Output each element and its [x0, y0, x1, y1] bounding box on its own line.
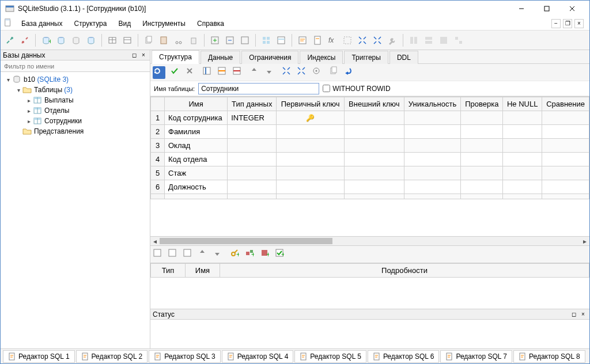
paste-icon[interactable]	[157, 33, 171, 47]
add-constraint-button[interactable]	[153, 248, 165, 261]
tree-filter-input[interactable]	[1, 60, 150, 71]
connect-icon[interactable]	[3, 33, 17, 47]
tab-DDL[interactable]: DDL	[389, 51, 418, 64]
expand-icon[interactable]	[355, 33, 369, 47]
db-add-icon[interactable]: +	[39, 33, 53, 47]
col-pk-cell[interactable]: 🔑	[277, 111, 345, 125]
commit-button[interactable]	[170, 66, 183, 79]
col-name-cell[interactable]: Фамилия	[165, 125, 228, 139]
status-close-button[interactable]: ×	[579, 310, 587, 318]
convert-icon[interactable]	[238, 33, 252, 47]
db-node[interactable]: ▾ b10 (SQLite 3)	[2, 74, 149, 85]
table-row[interactable]: 6Должность	[151, 180, 589, 194]
col-collate-cell[interactable]	[542, 139, 589, 153]
table-row[interactable]: 1Код сотрудникаINTEGER🔑	[151, 111, 589, 125]
check-constraint-button[interactable]: +	[275, 248, 288, 261]
window-minimize-button[interactable]	[509, 1, 534, 17]
chevron-right-icon[interactable]: ▸	[25, 108, 33, 114]
layout2-icon[interactable]	[422, 33, 436, 47]
refresh-structure-button[interactable]	[153, 66, 165, 79]
sql-editor-tab[interactable]: Редактор SQL 7	[440, 350, 512, 363]
collapse-icon[interactable]	[370, 33, 384, 47]
sql-editor-tab[interactable]: Редактор SQL 3	[149, 350, 221, 363]
col-collate-cell[interactable]	[542, 111, 589, 125]
col-collate-cell[interactable]	[542, 166, 589, 180]
col-check-cell[interactable]	[461, 125, 503, 139]
without-rowid-checkbox[interactable]	[323, 85, 330, 92]
target-icon[interactable]	[312, 66, 324, 79]
table-row[interactable]: 2Фамилия	[151, 125, 589, 139]
col-type-cell[interactable]	[228, 180, 277, 194]
disconnect-icon[interactable]	[18, 33, 32, 47]
chevron-down-icon[interactable]: ▾	[4, 77, 12, 83]
col-type-cell[interactable]	[228, 166, 277, 180]
table-row[interactable]: 3Оклад	[151, 139, 589, 153]
collapse-blue-icon[interactable]	[297, 66, 309, 79]
mdi-close-button[interactable]: ×	[574, 19, 584, 28]
col-type-cell[interactable]	[228, 139, 277, 153]
col-unique-cell[interactable]	[404, 180, 461, 194]
col-pk-cell[interactable]	[277, 139, 345, 153]
column-header[interactable]: Тип данных	[228, 97, 277, 111]
col-unique-cell[interactable]	[404, 125, 461, 139]
export-icon[interactable]	[208, 33, 222, 47]
delete-column-button[interactable]	[232, 66, 245, 79]
col-notnull-cell[interactable]	[503, 166, 542, 180]
table-name-input[interactable]	[198, 83, 319, 94]
col-unique-cell[interactable]	[404, 153, 461, 166]
col-check-cell[interactable]	[461, 166, 503, 180]
mdi-restore-button[interactable]: ❐	[563, 19, 572, 28]
col-notnull-cell[interactable]	[503, 125, 542, 139]
constraint-header[interactable]: Имя	[186, 264, 220, 278]
form-icon[interactable]	[274, 33, 288, 47]
db-edit-icon[interactable]	[54, 33, 68, 47]
col-notnull-cell[interactable]	[503, 139, 542, 153]
fx-icon[interactable]: fx	[326, 33, 339, 47]
sql-editor-tab[interactable]: Редактор SQL 5	[294, 350, 366, 363]
columns-grid[interactable]: ИмяТип данныхПервичный ключВнешний ключУ…	[150, 96, 589, 236]
pk-constraint-button[interactable]: +	[230, 248, 243, 261]
constraint-header[interactable]: Подробности	[220, 264, 589, 278]
menu-Структура[interactable]: Структура	[68, 18, 112, 29]
template-icon[interactable]	[341, 33, 354, 47]
col-fk-cell[interactable]	[344, 139, 404, 153]
tab-Структура[interactable]: Структура	[152, 50, 199, 64]
col-fk-cell[interactable]	[344, 125, 404, 139]
table-node[interactable]: ▸Отделы	[2, 105, 149, 116]
status-float-button[interactable]: ◻	[570, 310, 578, 318]
menu-Вид[interactable]: Вид	[112, 18, 137, 29]
table-node[interactable]: ▸Сотрудники	[2, 116, 149, 126]
col-check-cell[interactable]	[461, 153, 503, 166]
col-pk-cell[interactable]	[277, 125, 345, 139]
chevron-right-icon[interactable]: ▸	[25, 97, 33, 104]
scroll-thumb[interactable]	[160, 238, 332, 244]
sql-editor-tab[interactable]: Редактор SQL 8	[513, 350, 585, 363]
delete-icon[interactable]	[187, 33, 201, 47]
tab-Индексы[interactable]: Индексы	[300, 51, 343, 64]
db-refresh-icon[interactable]	[84, 33, 98, 47]
tab-Данные[interactable]: Данные	[201, 51, 240, 64]
col-fk-cell[interactable]	[344, 111, 404, 125]
layout3-icon[interactable]	[437, 33, 451, 47]
column-header[interactable]: Внешний ключ	[344, 97, 404, 111]
panel-float-button[interactable]: ◻	[130, 51, 138, 59]
col-name-cell[interactable]: Оклад	[165, 139, 228, 153]
col-unique-cell[interactable]	[404, 139, 461, 153]
sql-editor-tab[interactable]: Редактор SQL 1	[3, 350, 75, 363]
menu-Инструменты[interactable]: Инструменты	[137, 18, 191, 29]
move-down-button[interactable]	[264, 66, 277, 79]
copy-ddl-button[interactable]	[329, 66, 342, 79]
column-header[interactable]: Имя	[165, 97, 228, 111]
sql-editor-tab[interactable]: Редактор SQL 2	[76, 350, 148, 363]
edit-constraint-button[interactable]	[168, 248, 180, 261]
col-name-cell[interactable]: Стаж	[165, 166, 228, 180]
col-check-cell[interactable]	[461, 180, 503, 194]
constraint-down-button[interactable]	[213, 248, 225, 261]
mdi-minimize-button[interactable]: −	[551, 19, 561, 28]
db-remove-icon[interactable]	[69, 33, 83, 47]
col-unique-cell[interactable]	[404, 111, 461, 125]
table-edit-icon[interactable]	[120, 33, 134, 47]
col-collate-cell[interactable]	[542, 153, 589, 166]
horizontal-scrollbar[interactable]: ◂ ▸	[150, 236, 589, 245]
scroll-left-arrow[interactable]: ◂	[150, 237, 160, 245]
